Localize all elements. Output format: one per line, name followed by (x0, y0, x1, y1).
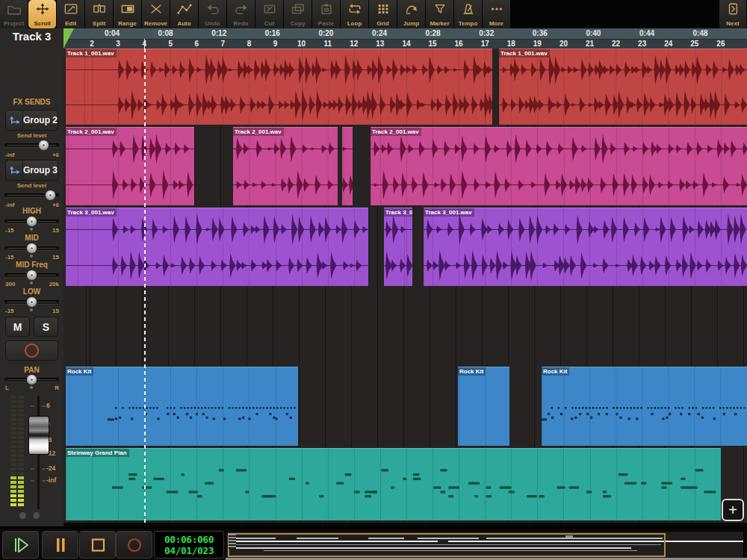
send-level-slider-2[interactable] (4, 190, 59, 201)
pan-slider[interactable] (4, 374, 59, 385)
pause-button[interactable] (42, 531, 78, 559)
track-5-lane[interactable]: Rock KitRock KitRock Kit (63, 367, 747, 448)
send-level-slider-2-knob[interactable] (45, 190, 56, 201)
toolbar-button-edit[interactable]: Edit (57, 0, 85, 28)
eq-slider-high-knob[interactable] (26, 216, 37, 227)
fader-tick (42, 405, 46, 407)
audio-region[interactable]: Track 1_001.wav (499, 49, 747, 125)
add-track-button[interactable]: + (722, 499, 744, 521)
toolbar-button-scroll[interactable]: Scroll (28, 0, 57, 28)
meter-segment (18, 409, 24, 412)
solo-button[interactable]: S (34, 317, 58, 337)
toolbar-button-copy[interactable]: Copy (284, 0, 312, 28)
bar-number-label: 21 (586, 39, 594, 49)
eq-slider-high[interactable] (4, 216, 59, 227)
toolbar-button-marker[interactable]: Marker (426, 0, 454, 28)
fader-handle[interactable] (28, 416, 49, 455)
page-dot-1[interactable] (19, 512, 26, 519)
toolbar-button-remove[interactable]: Remove (142, 0, 170, 28)
bar-number-label: 20 (560, 39, 568, 49)
meter-segment (18, 458, 24, 461)
toolbar-button-redo[interactable]: Redo (227, 0, 255, 28)
eq-slider-mid-freq-knob[interactable] (26, 270, 37, 281)
mute-button[interactable]: M (5, 317, 30, 337)
song-overview-navigator[interactable] (226, 531, 744, 559)
playhead[interactable] (144, 49, 146, 523)
record-button[interactable] (116, 531, 152, 559)
audio-region[interactable]: Track 3_001.wav (424, 208, 747, 286)
toolbar-button-loop[interactable]: Loop (341, 0, 369, 28)
audio-region[interactable]: Track 2_001.wav (371, 127, 747, 205)
toolbar-button-paste[interactable]: Paste (312, 0, 341, 28)
toolbar-button-range[interactable]: Range (114, 0, 142, 28)
meter-segment (18, 476, 24, 479)
marker-icon (432, 2, 448, 18)
play-button[interactable] (2, 531, 39, 559)
meter-segment (18, 436, 24, 439)
region-name-label: Track 3_001 (384, 208, 412, 217)
page-dot-2[interactable] (33, 512, 40, 519)
eq-slider-mid[interactable] (4, 243, 59, 254)
meter-segment (18, 499, 24, 502)
meter-segment (18, 418, 24, 421)
toolbar-button-auto[interactable]: Auto (170, 0, 199, 28)
toolbar-button-more[interactable]: More (483, 0, 511, 28)
meter-segment (10, 449, 16, 452)
pencil-icon (63, 2, 79, 18)
toolbar-button-project[interactable]: Project (0, 0, 28, 28)
pan-right-label: R (55, 385, 59, 391)
audio-region[interactable]: Track 2_001.wav (66, 127, 194, 205)
midi-region[interactable]: Rock Kit (458, 367, 509, 446)
time-tick-label: 0:20 (318, 28, 333, 38)
midi-region[interactable]: Rock Kit (542, 367, 747, 446)
copy-icon (290, 2, 306, 18)
next-page-button[interactable]: Next (719, 0, 747, 28)
send-bus-button-2[interactable]: Group 2 (5, 110, 58, 131)
fader-tick-label: -24 (46, 464, 61, 472)
toolbar-button-cut[interactable]: Cut (255, 0, 284, 28)
eq-slider-mid-knob[interactable] (26, 243, 37, 254)
send-bus-button-3[interactable]: Group 3 (5, 160, 58, 181)
send-level-slider-1-knob[interactable] (38, 140, 49, 151)
audio-region[interactable]: Track 1_001.wav (66, 49, 492, 125)
center-detent-dot (30, 308, 33, 311)
stop-button[interactable] (79, 531, 116, 559)
send-arrows-icon (6, 111, 23, 130)
track-6-lane[interactable]: Steinway Grand Pian (63, 448, 747, 523)
meter-segment (18, 463, 24, 466)
toolbar-button-jump[interactable]: Jump (397, 0, 426, 28)
track-4-lane[interactable] (63, 288, 747, 367)
eq-slider-low-knob[interactable] (26, 296, 37, 308)
record-arm-button[interactable] (5, 340, 58, 361)
audio-region[interactable]: Track 2_001.wav (233, 127, 338, 205)
eq-band-label: LOW (0, 287, 63, 296)
eq-band-label: MID (0, 234, 63, 242)
pan-slider-knob[interactable] (26, 374, 37, 385)
overview-viewport[interactable] (228, 533, 666, 557)
meter-segment (18, 445, 24, 448)
toolbar-button-tempo[interactable]: Tempo (454, 0, 483, 28)
time-display[interactable]: 00:06:060 04/01/023 (154, 531, 224, 559)
track-2-lane[interactable]: Track 2_001.wavTrack 2_001.wavTrack 2_00… (63, 127, 747, 208)
track-3-lane[interactable]: Track 3_001.wavTrack 3_001Track 3_001.wa… (63, 208, 747, 288)
fader-tick-label: -inf (46, 476, 61, 484)
audio-region[interactable]: Track 3_001.wav (66, 208, 368, 286)
region-name-label: Track 1_001.wav (66, 49, 117, 57)
midi-region[interactable]: Rock Kit (66, 367, 298, 446)
toolbar-button-grid[interactable]: Grid (369, 0, 397, 28)
bar-number-label: 3 (116, 39, 120, 49)
undo-icon (205, 2, 221, 18)
overview-grip[interactable] (229, 534, 236, 549)
track-1-lane[interactable]: Track 1_001.wavTrack 1_001.wav (63, 49, 747, 127)
timeline-ruler[interactable]: 0:040:080:120:160:200:240:280:320:360:40… (63, 28, 747, 49)
eq-slider-mid-freq[interactable] (4, 270, 59, 281)
meter-segment (10, 490, 16, 493)
bar-number-label: 12 (350, 39, 358, 49)
send-level-slider-1[interactable] (4, 140, 59, 151)
eq-slider-low[interactable] (4, 296, 59, 308)
audio-region[interactable]: Track 3_001 (384, 208, 412, 286)
toolbar-button-split[interactable]: Split (85, 0, 114, 28)
toolbar-button-undo[interactable]: Undo (199, 0, 227, 28)
midi-region[interactable]: Steinway Grand Pian (66, 448, 721, 520)
audio-region[interactable] (342, 127, 353, 205)
